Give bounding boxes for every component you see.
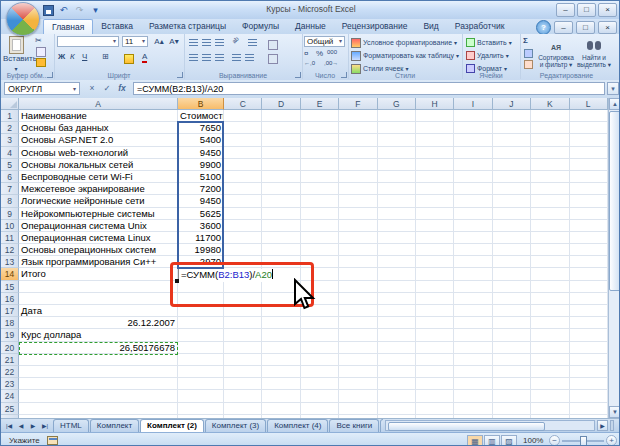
cell-D24[interactable] [262, 390, 300, 402]
cell-G14[interactable] [378, 268, 416, 280]
cell-D8[interactable] [262, 195, 300, 207]
cell-B11[interactable]: 11700 [178, 232, 224, 244]
cell-E10[interactable] [301, 220, 339, 232]
orientation-button[interactable]: ab [231, 36, 240, 45]
cell-K9[interactable] [531, 208, 569, 220]
cell-F2[interactable] [339, 122, 377, 134]
cell-J7[interactable] [493, 183, 531, 195]
cell-G21[interactable] [378, 354, 416, 366]
merge-center-icon[interactable] [268, 40, 278, 50]
cell-G25[interactable] [378, 403, 416, 415]
page-break-view-button[interactable]: ▨ [501, 435, 517, 446]
cell-B3[interactable]: 5400 [178, 134, 224, 146]
row-header-15[interactable]: 15 [1, 281, 19, 293]
sheet-tab-Комплект[interactable]: Комплект [90, 419, 139, 432]
cell-L20[interactable] [570, 342, 608, 354]
cell-K23[interactable] [531, 378, 569, 390]
cell-F19[interactable] [339, 329, 377, 341]
cell-I12[interactable] [454, 244, 492, 256]
cell-F18[interactable] [339, 317, 377, 329]
help-button[interactable]: ? [536, 20, 551, 35]
cell-D9[interactable] [262, 208, 300, 220]
alignment-dialog-launcher[interactable] [295, 72, 301, 78]
ribbon-tab-Главная[interactable]: Главная [43, 19, 93, 34]
cell-E12[interactable] [301, 244, 339, 256]
cell-J6[interactable] [493, 171, 531, 183]
cell-B24[interactable] [178, 390, 224, 402]
ribbon-tab-Вид[interactable]: Вид [415, 19, 446, 34]
column-header-H[interactable]: H [416, 98, 454, 110]
cell-K6[interactable] [531, 171, 569, 183]
cell-I25[interactable] [454, 403, 492, 415]
cell-I13[interactable] [454, 256, 492, 268]
row-header-18[interactable]: 18 [1, 317, 19, 329]
cell-K20[interactable] [531, 342, 569, 354]
cell-H10[interactable] [416, 220, 454, 232]
ribbon-tab-Разметка страницы[interactable]: Разметка страницы [141, 19, 234, 34]
cell-K19[interactable] [531, 329, 569, 341]
cell-G12[interactable] [378, 244, 416, 256]
cell-H9[interactable] [416, 208, 454, 220]
sheet-tab-HTML[interactable]: HTML [53, 419, 89, 432]
cell-H19[interactable] [416, 329, 454, 341]
workbook-minimize-button[interactable]: – [554, 21, 573, 34]
redo-button[interactable]: ↷ [73, 5, 86, 15]
cell-F15[interactable] [339, 281, 377, 293]
number-dialog-launcher[interactable] [341, 72, 347, 78]
cell-B4[interactable]: 9450 [178, 147, 224, 159]
cell-E19[interactable] [301, 329, 339, 341]
cell-B19[interactable] [178, 329, 224, 341]
cell-D3[interactable] [262, 134, 300, 146]
cell-D19[interactable] [262, 329, 300, 341]
cell-E20[interactable] [301, 342, 339, 354]
cell-H14[interactable] [416, 268, 454, 280]
expand-formula-bar-icon[interactable]: ▾ [607, 82, 619, 95]
cell-F12[interactable] [339, 244, 377, 256]
cell-E24[interactable] [301, 390, 339, 402]
cell-B1[interactable]: Стоимость [178, 110, 224, 122]
cell-J19[interactable] [493, 329, 531, 341]
clipboard-dialog-launcher[interactable] [47, 72, 53, 78]
column-header-B[interactable]: B [178, 98, 224, 110]
zoom-thumb[interactable] [580, 436, 587, 446]
cell-I18[interactable] [454, 317, 492, 329]
cell-J12[interactable] [493, 244, 531, 256]
cell-K24[interactable] [531, 390, 569, 402]
cell-L14[interactable] [570, 268, 608, 280]
cell-L9[interactable] [570, 208, 608, 220]
cell-J8[interactable] [493, 195, 531, 207]
cell-G18[interactable] [378, 317, 416, 329]
sheet-tab-Комплект (3)[interactable]: Комплект (3) [205, 419, 266, 432]
cell-J23[interactable] [493, 378, 531, 390]
wrap-text-icon[interactable] [248, 39, 257, 46]
cell-E21[interactable] [301, 354, 339, 366]
cell-J22[interactable] [493, 366, 531, 378]
cell-I11[interactable] [454, 232, 492, 244]
cell-I4[interactable] [454, 147, 492, 159]
sheet-tab-Комплект (2)[interactable]: Комплект (2) [140, 419, 204, 432]
cell-G6[interactable] [378, 171, 416, 183]
column-header-J[interactable]: J [493, 98, 531, 110]
cell-G11[interactable] [378, 232, 416, 244]
cell-A23[interactable] [19, 378, 178, 390]
tab-split-handle[interactable] [610, 420, 614, 431]
cell-I2[interactable] [454, 122, 492, 134]
decrease-decimal-button[interactable]: ,00→ [324, 60, 338, 66]
sheet-tab-Комплект (4)[interactable]: Комплект (4) [267, 419, 328, 432]
cell-A1[interactable]: Наименование [19, 110, 178, 122]
cell-A2[interactable]: Основы баз данных [19, 122, 178, 134]
row-header-12[interactable]: 12 [1, 244, 19, 256]
cell-E2[interactable] [301, 122, 339, 134]
cancel-entry-icon[interactable]: × [85, 82, 99, 95]
cell-A17[interactable]: Дата [19, 305, 178, 317]
cell-H20[interactable] [416, 342, 454, 354]
cell-E18[interactable] [301, 317, 339, 329]
cell-J25[interactable] [493, 403, 531, 415]
column-header-K[interactable]: K [531, 98, 569, 110]
row-header-17[interactable]: 17 [1, 305, 19, 317]
column-header-A[interactable]: A [19, 98, 178, 110]
cell-C13[interactable] [224, 256, 262, 268]
cell-G24[interactable] [378, 390, 416, 402]
vertical-scroll-thumb[interactable] [609, 111, 620, 291]
cell-J3[interactable] [493, 134, 531, 146]
